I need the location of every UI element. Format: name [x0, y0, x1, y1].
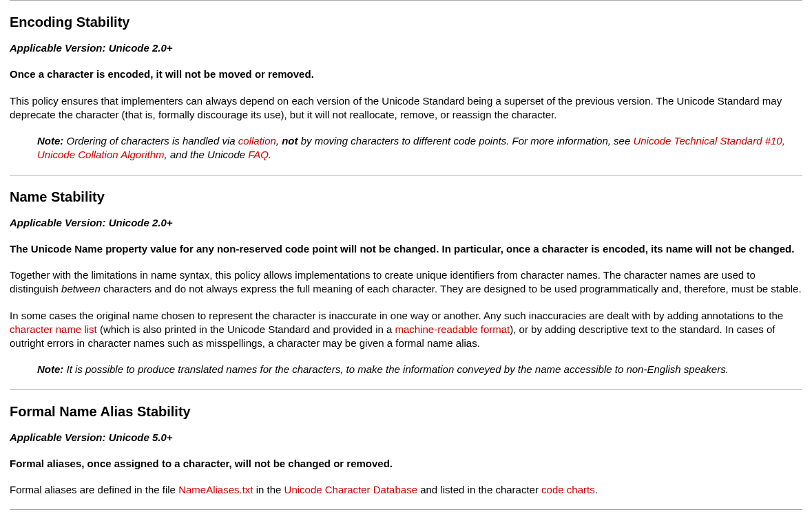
note-text: by moving characters to different code p… [298, 135, 634, 147]
divider [10, 389, 802, 390]
text: in the [253, 484, 284, 495]
note-text: , and the Unicode [165, 149, 249, 160]
note-text: , [276, 135, 282, 147]
paragraph: This policy ensures that implementers ca… [10, 94, 802, 122]
divider [10, 175, 802, 175]
link-namealiases[interactable]: NameAliases.txt [178, 484, 253, 495]
document-content: Encoding Stability Applicable Version: U… [0, 0, 812, 514]
document-viewport[interactable]: Encoding Stability Applicable Version: U… [0, 0, 812, 514]
note-text: . [269, 149, 271, 160]
text: characters and do not always express the… [101, 283, 802, 295]
link-faq[interactable]: FAQ [248, 149, 269, 160]
text: (which is also printed in the Unicode St… [97, 323, 395, 335]
note-block: Note: It is possible to produce translat… [37, 363, 802, 376]
note-text: It is possible to produce translated nam… [63, 363, 729, 375]
applicable-version: Applicable Version: Unicode 5.0+ [10, 431, 802, 445]
note-label: Note: [37, 135, 63, 147]
heading-encoding-stability: Encoding Stability [10, 14, 802, 30]
link-collation[interactable]: collation [238, 135, 276, 147]
note-block: Note: Ordering of characters is handled … [37, 134, 802, 162]
heading-name-stability: Name Stability [10, 189, 802, 205]
policy-statement: Once a character is encoded, it will not… [10, 67, 802, 81]
divider [10, 509, 802, 510]
applicable-version: Applicable Version: Unicode 2.0+ [10, 41, 802, 55]
text: . [595, 484, 598, 495]
text: Formal aliases are defined in the file [10, 484, 178, 495]
link-ucd[interactable]: Unicode Character Database [284, 484, 417, 495]
emphasis-between: between [61, 283, 101, 295]
emphasis-not: not [282, 135, 298, 147]
paragraph: Formal aliases are defined in the file N… [10, 483, 802, 497]
divider [10, 0, 802, 1]
policy-statement: Formal aliases, once assigned to a chara… [10, 457, 802, 471]
link-char-name-list[interactable]: character name list [10, 323, 97, 335]
link-machine-readable[interactable]: machine-readable format [395, 323, 510, 335]
applicable-version: Applicable Version: Unicode 2.0+ [10, 216, 802, 230]
text: and listed in the character [417, 484, 541, 495]
heading-formal-alias-stability: Formal Name Alias Stability [10, 404, 802, 420]
note-text: Ordering of characters is handled via [63, 135, 238, 147]
paragraph: Together with the limitations in name sy… [10, 268, 802, 297]
note-label: Note: [37, 363, 63, 375]
text: In some cases the original name chosen t… [10, 310, 783, 321]
paragraph: In some cases the original name chosen t… [10, 309, 802, 351]
link-code-charts[interactable]: code charts [541, 484, 595, 495]
policy-statement: The Unicode Name property value for any … [10, 242, 802, 256]
